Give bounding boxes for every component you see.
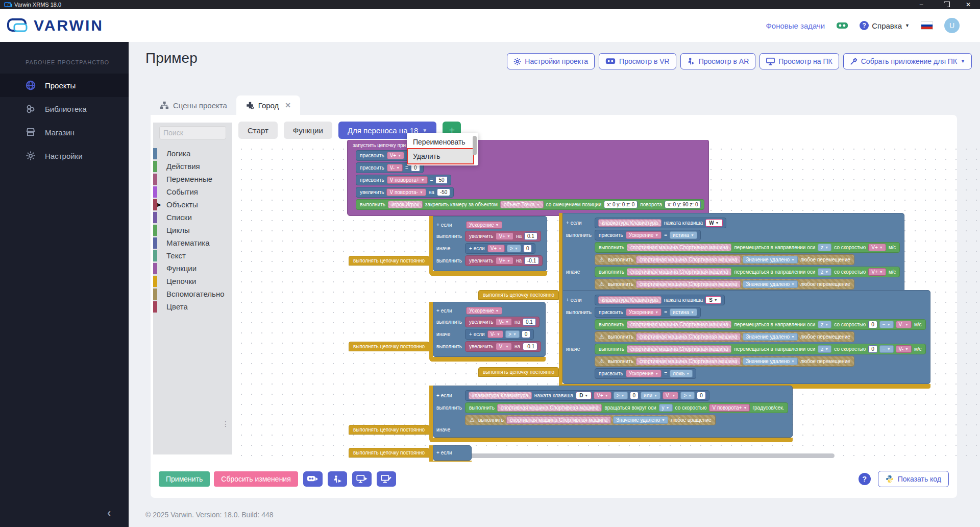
run-ar-button[interactable] [328,471,347,487]
block-field[interactable]: Значение удалено▼ [743,280,798,288]
block-statement[interactable]: присвоитьУскорение▼=истина▼ [595,307,701,318]
block-row[interactable]: присвоитьV поворота+▼=50 [356,175,704,185]
block-row[interactable]: выполнитьспортивная машина Спортивная ма… [566,319,926,330]
block-row[interactable]: + есликлавиатура Клавиатуранажата клавиш… [566,295,926,305]
close-tab-icon[interactable]: ✕ [285,101,291,109]
block-field[interactable]: D▼ [576,392,592,399]
block-row[interactable]: иначе [436,427,788,433]
sidebar-item-projects[interactable]: Проекты [0,74,129,97]
block-field[interactable]: Ускорение▼ [626,308,662,316]
block-field[interactable]: V-▼ [896,345,912,353]
block-field[interactable]: V-▼ [663,392,678,399]
toolbox-category-Действия[interactable]: Действия [153,160,232,173]
block-field[interactable]: 0 [630,392,639,399]
block-field[interactable]: V+▼ [868,244,886,251]
sidebar-collapse-button[interactable]: ‹ [107,507,111,520]
block-row[interactable]: выполнитьспортивная машина Спортивная ма… [566,242,900,253]
block-field[interactable]: V поворота+▼ [709,404,750,412]
block-field[interactable]: −▼ [879,345,894,353]
block-field[interactable]: z▼ [818,345,831,353]
block-row[interactable]: иначевыполнитьспортивная машина Спортивн… [566,344,926,354]
block-field[interactable]: W▼ [705,219,722,227]
block-statement[interactable]: присвоитьУскорение▼=истина▼ [595,230,701,241]
block-field[interactable]: клавиатура Клавиатура [598,296,662,304]
dots-handle-icon[interactable]: ⋮ [222,420,229,428]
block-statement[interactable]: ⚠выполнитьспортивная машина Спортивная м… [595,279,854,290]
block-field[interactable]: спортивная машина Спортивная машина [636,280,741,288]
edit-pc-button[interactable] [377,471,396,487]
chain-tab[interactable]: Старт [238,122,278,139]
partial-bottom-chain[interactable]: выполнять цепочку постоянно+ если [349,445,472,462]
block-field[interactable]: -50 [437,188,450,196]
block-field[interactable]: >▼ [680,392,695,399]
toolbox-category-Циклы[interactable]: Циклы [153,224,232,236]
block-statement[interactable]: ⚠выполнитьспортивная машина Спортивная м… [595,331,854,342]
block-field[interactable]: истина▼ [670,308,697,316]
block-statement[interactable]: клавиатура Клавиатуранажата клавишаS▼ [595,295,725,305]
block-statement[interactable]: выполнитьспортивная машина Спортивная ма… [595,242,900,253]
close-button[interactable]: ✕ [957,0,980,9]
block-field[interactable]: спортивная машина Спортивная машина [506,416,611,424]
block-field[interactable]: −▼ [879,321,894,328]
block-row[interactable]: + есликлавиатура Клавиатуранажата клавиш… [566,218,900,228]
toolbox-category-Списки[interactable]: Списки [153,211,232,224]
toolbox-category-Цепочки[interactable]: Цепочки [153,275,232,288]
toolbox-category-Функции[interactable]: Функции [153,262,232,275]
minimize-button[interactable]: – [910,0,933,9]
context-menu-item[interactable]: Переименовать [408,135,473,149]
block-field[interactable]: V поворота-▼ [386,188,426,196]
start-scene-chain[interactable]: запустить цепочку при старте сценыприсво… [347,140,709,216]
help-icon[interactable]: ? [859,473,871,485]
avatar[interactable]: U [944,18,960,33]
block-row[interactable]: присвоитьУскорение▼=ложь▼ [566,368,926,379]
block-field[interactable]: спортивная машина Спортивная машина [627,244,731,251]
toolbox-category-Объекты[interactable]: ▶Объекты [153,198,232,211]
block-row[interactable]: выполнитьигрок Игрокзакрепить камеру за … [356,199,704,210]
toolbox-category-Текст[interactable]: Текст [153,249,232,262]
block-field[interactable]: y▼ [659,404,673,412]
block-field[interactable]: V-▼ [896,321,912,328]
sidebar-item-library[interactable]: Библиотека [0,97,129,121]
block-field[interactable]: z▼ [818,268,831,276]
block-field[interactable]: Значение удалено▼ [743,357,798,365]
help-menu[interactable]: ? Справка ▼ [860,21,910,30]
block-field[interactable]: V-▼ [387,164,403,172]
block-field[interactable]: клавиатура Клавиатура [598,219,662,227]
block-row[interactable]: иначевыполнитьспортивная машина Спортивн… [566,267,900,277]
block-field[interactable]: V+▼ [868,268,886,276]
block-field[interactable]: спортивная машина Спортивная машина [497,404,602,412]
toolbox-search-input[interactable] [159,126,226,139]
blockly-canvas[interactable]: + − запустить цепочку при старте сценыпр… [232,140,980,462]
project-settings-button[interactable]: Настройки проекта [507,53,595,69]
key-d-rotate-chain[interactable]: выполнять цепочку постоянно+ есликлавиат… [349,386,793,442]
block-field[interactable]: V+▼ [387,152,404,159]
reset-changes-button[interactable]: Сбросить изменения [214,471,298,487]
block-field[interactable]: объект Точка▼ [500,201,544,208]
block-row[interactable]: ⚠выполнитьспортивная машина Спортивная м… [566,331,926,342]
vr-headset-green-icon[interactable] [836,21,848,30]
block-field[interactable]: Значение удалено▼ [613,416,668,424]
block-statement[interactable]: выполнитьигрок Игрокзакрепить камеру за … [356,199,704,210]
context-menu-item[interactable]: Удалить [408,149,473,163]
block-field[interactable]: Значение удалено▼ [743,333,798,341]
block-field[interactable]: спортивная машина Спортивная машина [627,321,731,328]
block-field[interactable]: z▼ [818,244,831,251]
block-row[interactable]: увеличитьV поворота-▼на-50 [356,187,704,198]
block-statement[interactable]: выполнитьспортивная машина Спортивная ма… [465,402,788,413]
block-field[interactable]: >▼ [614,392,628,399]
block-field[interactable]: спортивная машина Спортивная машина [636,256,741,264]
block-statement[interactable]: присвоитьУскорение▼=ложь▼ [595,368,696,379]
menu-scrollbar[interactable] [473,136,477,155]
toolbox-category-Математика[interactable]: Математика [153,236,232,249]
block-row[interactable]: выполнитьприсвоитьУскорение▼=истина▼ [566,307,926,318]
block-field[interactable]: спортивная машина Спортивная машина [636,333,741,341]
block-statement[interactable]: выполнитьспортивная машина Спортивная ма… [595,319,926,330]
block-statement[interactable]: ⚠выполнитьспортивная машина Спортивная м… [595,356,854,367]
block-field[interactable]: x: 0 y: 0 z: 0 [604,201,638,208]
sidebar-item-store[interactable]: Магазин [0,121,129,144]
sidebar-item-settings[interactable]: Настройки [0,144,129,167]
key-s-move-chain[interactable]: выполнять цепочку постоянно+ есликлавиат… [478,290,930,389]
restore-button[interactable] [933,0,957,9]
block-field[interactable]: 0 [868,321,877,328]
block-row[interactable]: ⚠выполнитьспортивная машина Спортивная м… [566,356,926,367]
